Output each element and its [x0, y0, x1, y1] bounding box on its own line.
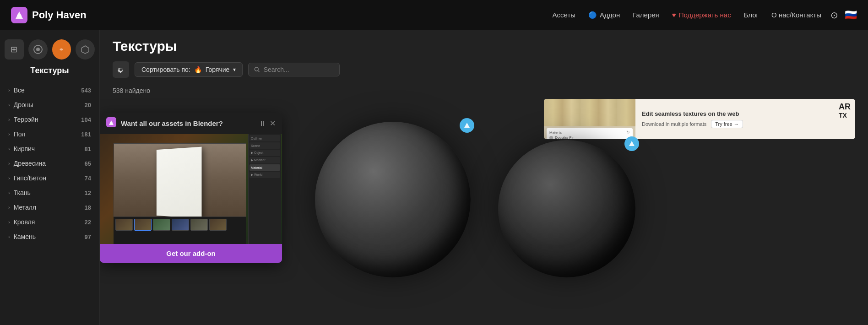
sidebar-item-label: Металл [14, 204, 82, 211]
sidebar-item-roof[interactable]: › Кровля 22 [0, 215, 99, 229]
sidebar-item-label: Пол [14, 130, 79, 138]
search-icon [254, 66, 260, 73]
nav-assets[interactable]: Ассеты [553, 11, 576, 19]
sidebar-item-brick[interactable]: › Кирпич 81 [0, 141, 99, 156]
sidebar-item-label: Кирпич [14, 145, 82, 152]
fire-icon: 🔥 [194, 66, 202, 73]
sidebar-item-label: Террэйн [14, 116, 79, 123]
settings-button[interactable] [113, 61, 129, 78]
chevron-icon: › [8, 190, 10, 195]
sidebar-item-label: Гипс/Бетон [14, 174, 82, 182]
logo-area: Poly Haven [11, 7, 103, 23]
nav-blog[interactable]: Блог [744, 11, 759, 19]
sidebar-item-count: 22 [85, 219, 91, 226]
poly-haven-mini-icon [628, 140, 635, 147]
blender-paper-object [157, 147, 202, 219]
sphere-badge-2 [624, 136, 639, 151]
sort-label: Сортировать по: [141, 66, 190, 73]
content-header: Текстуры Сортировать по: 🔥 Горячие ▾ [100, 30, 868, 87]
popup-title: Want all our assets in Blender? [121, 119, 254, 127]
type-btn-grid[interactable]: ⊞ [5, 39, 24, 60]
search-container[interactable] [248, 63, 340, 76]
sidebar-item-wood[interactable]: › Древесина 65 [0, 156, 99, 171]
svg-point-1 [17, 14, 22, 18]
toolbar: Сортировать по: 🔥 Горячие ▾ [113, 61, 855, 78]
svg-point-3 [36, 48, 40, 51]
nav-gallery[interactable]: Галерея [633, 11, 659, 19]
chevron-icon: › [8, 87, 10, 93]
sidebar-item-label: Дроны [14, 101, 82, 108]
panel-row: ▶ World [250, 172, 280, 178]
addon-cta-button[interactable]: Get our add-on [100, 244, 282, 263]
poly-haven-logo-icon [106, 117, 116, 130]
type-btn-texture[interactable] [52, 39, 71, 60]
type-btn-model[interactable] [76, 39, 95, 60]
chevron-icon: › [8, 205, 10, 210]
blender-background: Outliner Scene ▶ Object ▶ Modifier Mater… [100, 134, 282, 244]
sphere-container-1 [315, 122, 471, 277]
poly-haven-mini-icon [463, 122, 471, 129]
main-nav: Ассеты 🔵 Аддон Галерея ♥ Поддержать нас … [553, 11, 821, 19]
nav-support[interactable]: ♥ Поддержать нас [672, 11, 731, 19]
sidebar-item-label: Кровля [14, 218, 82, 226]
language-flag-icon[interactable]: 🇷🇺 [845, 9, 857, 21]
sidebar-title: Текстуры [0, 66, 99, 76]
type-icon-group: ⊞ [0, 37, 99, 66]
nav-about[interactable]: О нас/Контакты [771, 11, 821, 19]
chevron-icon: › [8, 219, 10, 225]
popup-image: Outliner Scene ▶ Object ▶ Modifier Mater… [100, 134, 282, 244]
sidebar-item-count: 12 [85, 190, 91, 196]
sidebar-item-drones[interactable]: › Дроны 20 [0, 98, 99, 112]
panel-row: ▶ Modifier [250, 157, 280, 163]
main-content: Текстуры Сортировать по: 🔥 Горячие ▾ [100, 30, 868, 325]
chevron-icon: › [8, 175, 10, 181]
nav-addon[interactable]: 🔵 Аддон [588, 11, 620, 19]
timeline-thumb [209, 219, 227, 231]
sidebar-item-terrain[interactable]: › Террэйн 104 [0, 112, 99, 127]
chevron-icon: › [8, 102, 10, 108]
timeline-thumb [153, 219, 170, 231]
timeline-thumbnails [114, 217, 246, 233]
type-btn-hdri[interactable] [28, 39, 48, 60]
page-title: Текстуры [113, 38, 855, 54]
sphere-previews [297, 113, 868, 319]
sidebar-item-metal[interactable]: › Металл 18 [0, 200, 99, 215]
sidebar-item-count: 81 [85, 146, 91, 152]
panel-row: ▶ Object [250, 150, 280, 156]
popup-header: Want all our assets in Blender? ⏸ ✕ [100, 113, 282, 134]
chevron-icon: › [8, 161, 10, 166]
popup-close-button[interactable]: ✕ [270, 119, 276, 128]
logo-text: Poly Haven [32, 9, 87, 21]
content-area: Material ↻ Douglas Fir Width 200 mm [100, 99, 868, 319]
results-count: 538 найдено [100, 87, 868, 99]
chevron-icon: › [8, 117, 10, 122]
sidebar-item-stone[interactable]: › Камень 97 [0, 229, 99, 244]
sort-value: Горячие [206, 66, 230, 73]
login-icon[interactable]: ⊙ [830, 10, 838, 21]
popup-pause-button[interactable]: ⏸ [259, 119, 266, 128]
sidebar-item-count: 18 [85, 204, 91, 211]
sidebar-item-count: 97 [85, 233, 91, 240]
sort-button[interactable]: Сортировать по: 🔥 Горячие ▾ [135, 62, 243, 77]
heart-icon: ♥ [672, 11, 676, 19]
search-input[interactable] [264, 66, 334, 73]
sidebar-item-floor[interactable]: › Пол 181 [0, 127, 99, 141]
blender-icon: 🔵 [588, 11, 597, 19]
material-sphere-1 [315, 122, 471, 277]
addon-popup: Want all our assets in Blender? ⏸ ✕ Outl… [100, 113, 282, 263]
panel-row: Material [250, 164, 280, 171]
timeline-thumb [115, 219, 133, 231]
popup-controls: ⏸ ✕ [259, 119, 276, 128]
sidebar-item-count: 543 [81, 87, 91, 94]
sidebar-item-count: 181 [81, 131, 91, 138]
chevron-down-icon: ▾ [233, 66, 236, 73]
timeline-thumb [172, 219, 189, 231]
sidebar-item-fabric[interactable]: › Ткань 12 [0, 185, 99, 200]
chevron-icon: › [8, 146, 10, 152]
chevron-icon: › [8, 131, 10, 137]
sidebar-item-plaster[interactable]: › Гипс/Бетон 74 [0, 171, 99, 185]
svg-point-5 [255, 67, 259, 71]
sidebar: ⊞ Текстуры › Все 543 › Дроны 20 › Террэй… [0, 30, 100, 325]
sidebar-item-label: Ткань [14, 189, 82, 196]
sidebar-item-all[interactable]: › Все 543 [0, 83, 99, 98]
